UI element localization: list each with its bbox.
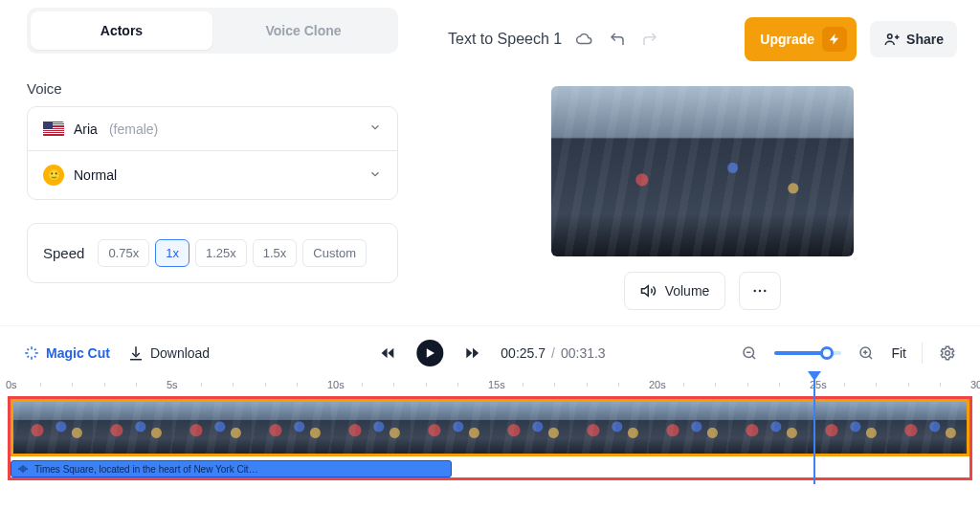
more-button[interactable] (739, 272, 781, 310)
tab-actors-label: Actors (100, 23, 143, 38)
ruler-tick (844, 383, 845, 387)
clip-thumbnail (172, 402, 252, 454)
settings-button[interactable] (938, 344, 957, 363)
time-display: 00:25.7/00:31.3 (501, 345, 605, 361)
zoom-out-button[interactable] (740, 344, 759, 363)
ruler-label: 0s (6, 379, 17, 390)
chevron-down-icon (368, 167, 382, 184)
gear-icon (939, 344, 956, 362)
tab-voice-clone[interactable]: Voice Clone (212, 11, 394, 50)
topbar: Text to Speech 1 Upgrade Share (425, 0, 980, 71)
sparkle-icon (23, 344, 40, 362)
transport-toolbar: Magic Cut Download 00:25.7/00:31.3 (0, 325, 980, 379)
forward-button[interactable] (458, 340, 485, 366)
tab-clone-label: Voice Clone (265, 23, 341, 38)
tab-actors[interactable]: Actors (31, 11, 212, 50)
time-total: 00:31.3 (561, 345, 606, 361)
play-button[interactable] (416, 340, 443, 366)
volume-label: Volume (665, 283, 710, 299)
share-label: Share (906, 32, 944, 47)
speed-0-75x[interactable]: 0.75x (98, 239, 149, 267)
ruler-tick (297, 383, 298, 387)
speed-label: Speed (43, 245, 84, 261)
playhead[interactable] (813, 379, 815, 484)
voice-style-row[interactable]: 🙂 Normal (28, 150, 397, 199)
voice-tabs: Actors Voice Clone (27, 8, 398, 54)
emotion-icon: 🙂 (43, 165, 64, 186)
voice-name: Aria (74, 122, 98, 137)
speed-custom[interactable]: Custom (302, 239, 367, 267)
svg-rect-20 (19, 468, 20, 470)
rewind-icon (379, 344, 396, 362)
share-icon (883, 31, 901, 48)
project-title: Text to Speech 1 (448, 31, 562, 48)
volume-icon (640, 282, 657, 299)
ruler-tick (40, 383, 41, 387)
ruler-tick (393, 383, 394, 387)
ruler-tick (683, 383, 684, 387)
clip-thumbnail (728, 402, 808, 454)
svg-marker-10 (466, 347, 472, 358)
svg-point-19 (946, 350, 950, 355)
voice-card: Aria (female) 🙂 Normal (27, 106, 398, 200)
speed-1-25x[interactable]: 1.25x (195, 239, 247, 267)
download-button[interactable]: Download (127, 344, 210, 362)
speed-options: 0.75x 1x 1.25x 1.5x Custom (98, 239, 367, 267)
voice-gender: (female) (109, 122, 158, 137)
clip-thumbnail (887, 402, 967, 454)
ruler-tick (908, 383, 909, 387)
audio-clip[interactable]: Times Square, located in the heart of Ne… (11, 460, 452, 477)
clip-thumbnail (808, 402, 887, 454)
zoom-slider-knob[interactable] (820, 346, 834, 360)
share-button[interactable]: Share (870, 21, 957, 57)
upgrade-button[interactable]: Upgrade (745, 17, 857, 61)
clip-thumbnail (93, 402, 172, 454)
ruler-tick (876, 383, 877, 387)
svg-marker-8 (388, 347, 393, 358)
chevron-down-icon (368, 121, 382, 137)
zoom-out-icon (741, 344, 758, 362)
clip-thumbnail (411, 402, 490, 454)
ruler-tick (233, 383, 234, 387)
ruler-tick (940, 383, 941, 387)
audio-caption: Times Square, located in the heart of Ne… (34, 464, 258, 475)
download-label: Download (150, 345, 210, 361)
rewind-button[interactable] (374, 340, 401, 366)
svg-line-14 (752, 356, 755, 359)
selection-box[interactable]: Times Square, located in the heart of Ne… (8, 396, 972, 480)
timeline[interactable]: 0s5s10s15s20s25s30s Times Square, locate… (0, 379, 980, 488)
video-track[interactable] (11, 399, 969, 456)
zoom-in-button[interactable] (857, 344, 876, 363)
zoom-slider[interactable] (774, 351, 841, 355)
clip-thumbnail (252, 402, 331, 454)
cloud-sync-icon[interactable] (575, 30, 594, 49)
clip-thumbnail (649, 402, 728, 454)
ruler-tick (265, 383, 266, 387)
clip-thumbnail (13, 402, 93, 454)
time-current: 00:25.7 (501, 345, 546, 361)
voice-select-row[interactable]: Aria (female) (28, 107, 397, 150)
svg-point-5 (759, 290, 761, 292)
svg-marker-3 (641, 286, 648, 297)
redo-icon[interactable] (640, 30, 659, 49)
speed-1-5x[interactable]: 1.5x (253, 239, 298, 267)
svg-marker-7 (382, 347, 388, 358)
volume-button[interactable]: Volume (624, 272, 726, 310)
forward-icon (463, 344, 480, 362)
undo-icon[interactable] (608, 30, 627, 49)
magic-cut-label: Magic Cut (46, 345, 110, 361)
voice-style: Normal (74, 167, 117, 183)
magic-cut-button[interactable]: Magic Cut (23, 344, 110, 362)
fit-button[interactable]: Fit (891, 345, 906, 361)
ruler-label: 30s (970, 379, 980, 390)
play-icon (423, 346, 436, 360)
ruler-tick (201, 383, 202, 387)
svg-marker-9 (427, 348, 434, 357)
divider (922, 343, 923, 364)
video-preview[interactable] (551, 86, 854, 256)
waveform-icon (17, 463, 29, 475)
timeline-ruler[interactable]: 0s5s10s15s20s25s30s (8, 379, 972, 396)
ruler-tick (426, 383, 427, 387)
ruler-label: 15s (488, 379, 505, 390)
speed-1x[interactable]: 1x (155, 239, 189, 267)
